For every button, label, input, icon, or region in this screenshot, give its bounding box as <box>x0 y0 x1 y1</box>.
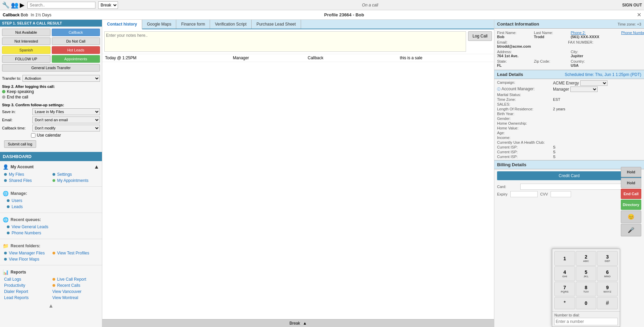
campaign-select[interactable] <box>580 80 608 86</box>
hold-button[interactable]: Hold <box>621 167 641 177</box>
phone-number-label[interactable]: Phone Number: <box>621 31 644 35</box>
not-interested-btn[interactable]: Not Interested <box>2 37 50 45</box>
cvv-input[interactable] <box>551 191 571 197</box>
home-ownership-value <box>553 121 641 125</box>
sidebar-view-floor-maps[interactable]: View Floor Maps <box>3 256 51 262</box>
zip-label: Zip Code: <box>534 59 568 63</box>
expiry-input[interactable] <box>510 191 538 197</box>
callback-time-select[interactable]: Don't modify <box>32 125 100 131</box>
recent-folders-items: View Manager Files View Test Profiles Vi… <box>0 250 102 262</box>
sidebar-settings[interactable]: Settings <box>51 171 100 177</box>
sidebar-view-manager-files[interactable]: View Manager Files <box>3 250 51 256</box>
dial-7[interactable]: 7PQRS <box>554 282 575 296</box>
email-select[interactable]: Don't send an email <box>32 116 100 123</box>
manage-section: 🌐 Manage: Users Leads <box>0 188 102 211</box>
sidebar-my-files[interactable]: My Files <box>3 171 51 177</box>
dial-0[interactable]: 0 <box>576 297 597 309</box>
transfer-select[interactable]: Activation <box>23 75 100 82</box>
dial-3[interactable]: 3DEF <box>597 251 618 266</box>
campaign-value: ACME Energy <box>553 80 641 86</box>
history-table: Today @ 1:25PM Manager Callback this is … <box>102 54 494 62</box>
tab-purchase-lead-sheet[interactable]: Purchase Lead Sheet <box>252 20 301 29</box>
account-manager-select[interactable] <box>570 87 598 92</box>
tab-contact-history[interactable]: Contact history <box>102 20 142 29</box>
length-label: Length Of Residence: <box>497 107 552 111</box>
last-name-value: Trodd <box>534 35 568 39</box>
sidebar-call-logs[interactable]: Call Logs <box>3 276 51 282</box>
tab-finance-form[interactable]: Finance form <box>176 20 210 29</box>
dial-5[interactable]: 5JKL <box>576 266 597 281</box>
marital-status-label: Marital Status: <box>497 93 552 97</box>
follow-up-btn[interactable]: FOLLOW UP <box>2 55 50 63</box>
sidebar-shared-files[interactable]: Shared Files <box>3 177 51 184</box>
hot-leads-btn[interactable]: Hot Leads <box>52 46 100 54</box>
dial-1[interactable]: 1 <box>554 251 575 266</box>
scroll-down-button[interactable]: ▲ <box>0 302 102 310</box>
number-to-dial-input[interactable] <box>554 318 618 325</box>
log-call-button[interactable]: Log Call <box>468 31 492 41</box>
dial-6[interactable]: 6MNO <box>597 266 618 281</box>
sidebar-view-general-leads[interactable]: View General Leads <box>0 224 102 230</box>
sidebar-productivity[interactable]: Productivity <box>3 282 51 289</box>
my-account-collapse-icon[interactable]: ▲ <box>94 164 99 170</box>
not-available-btn[interactable]: Not Available <box>2 29 50 36</box>
dial-2[interactable]: 2ABC <box>576 251 597 266</box>
sidebar-recent-calls[interactable]: Recent Calls <box>51 282 100 289</box>
dial-9[interactable]: 9WXYZ <box>597 282 618 296</box>
search-input[interactable] <box>27 2 95 9</box>
sidebar-dialer-report[interactable]: Dialer Report <box>3 289 51 295</box>
step1-header: STEP 1. SELECT A CALL RESULT <box>0 20 102 27</box>
phone2-label[interactable]: Phone 2: <box>571 31 618 35</box>
isp1-value: S <box>553 145 641 149</box>
end-call-row[interactable]: End the call <box>2 95 100 99</box>
sidebar-phone-numbers[interactable]: Phone Numbers <box>0 230 102 236</box>
notes-textarea[interactable] <box>104 31 466 52</box>
recent-calls-icon <box>53 284 55 287</box>
end-call-button[interactable]: End Call <box>621 189 641 199</box>
sidebar-view-vancouver[interactable]: View Vancouver <box>51 289 100 295</box>
sidebar-users[interactable]: Users <box>0 198 102 204</box>
save-in-select[interactable]: Leave in My Files <box>32 108 100 115</box>
callback-btn[interactable]: Callback <box>52 29 100 36</box>
tab-verification-script[interactable]: Verification Script <box>210 20 252 29</box>
address-value: 764 1st Ave. <box>497 54 531 58</box>
submit-call-log-button[interactable]: Submit call log <box>4 140 36 148</box>
dial-8[interactable]: 8TUV <box>576 282 597 296</box>
end-call-radio[interactable] <box>2 95 5 99</box>
break-select[interactable]: Break <box>98 1 118 9</box>
use-calendar-checkbox[interactable] <box>31 133 35 138</box>
close-button[interactable]: ✕ <box>637 12 641 18</box>
keep-speaking-row[interactable]: Keep speaking <box>2 89 100 94</box>
dial-hash[interactable]: # <box>597 297 618 309</box>
history-sale: this is a sale <box>397 54 494 62</box>
sidebar-view-montreal[interactable]: View Montreal <box>51 295 100 301</box>
call-result-grid: Not Available Callback Not Interested Do… <box>0 27 102 74</box>
keep-speaking-radio[interactable] <box>2 90 5 93</box>
dial-4[interactable]: 4GHI <box>554 266 575 281</box>
scroll-up-arrow[interactable]: ▲ <box>303 321 307 326</box>
recent-queues-label: Recent queues: <box>11 217 41 222</box>
do-not-call-btn[interactable]: Do Not Call <box>52 37 100 45</box>
isp2-value: S <box>553 150 641 154</box>
misc-button1[interactable]: 😊 <box>621 211 641 223</box>
dial-star[interactable]: * <box>554 297 575 309</box>
general-leads-transfer-btn[interactable]: General Leads Transfer <box>2 64 100 72</box>
account-manager-info-icon[interactable]: ⓘ <box>497 87 500 91</box>
directory-button[interactable]: Directory <box>621 200 641 210</box>
sidebar-view-test-profiles[interactable]: View Test Profiles <box>51 250 100 256</box>
credit-card-button[interactable]: Credit Card <box>497 171 641 180</box>
view-general-leads-label: View General Leads <box>12 224 48 229</box>
leads-label: Leads <box>12 204 23 209</box>
sidebar-lead-reports[interactable]: Lead Reports <box>3 295 51 301</box>
dashboard-header[interactable]: DASHBOARD <box>0 152 102 161</box>
spanish-btn[interactable]: Spanish <box>2 46 50 54</box>
sidebar-live-call-report[interactable]: Live Call Report <box>51 276 100 282</box>
signout-button[interactable]: SIGN OUT <box>622 3 642 7</box>
sidebar-leads[interactable]: Leads <box>0 204 102 210</box>
mic-button[interactable]: 🎤 <box>621 224 641 236</box>
hold2-button[interactable]: Hold <box>621 178 641 188</box>
appointments-btn[interactable]: Appointments <box>52 55 100 63</box>
sidebar-my-appointments[interactable]: My Appointments <box>51 177 100 184</box>
isp1-label: Current ISP: <box>497 145 552 149</box>
tab-google-maps[interactable]: Google Maps <box>142 20 176 29</box>
